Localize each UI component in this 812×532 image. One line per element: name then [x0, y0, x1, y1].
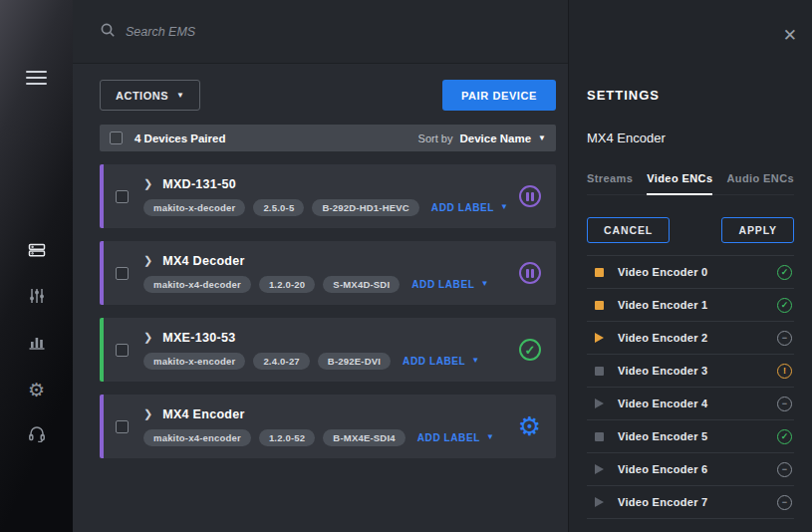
encoder-square-icon — [595, 268, 604, 277]
sliders-icon — [28, 287, 46, 309]
chevron-down-icon: ▼ — [486, 433, 495, 441]
pair-device-button[interactable]: PAIR DEVICE — [442, 80, 556, 111]
encoder-play-icon — [595, 399, 604, 408]
device-checkbox[interactable] — [116, 190, 129, 203]
encoder-square-icon — [595, 367, 604, 376]
search-bar — [73, 0, 568, 64]
encoder-type-icon-wrap — [595, 301, 609, 310]
settings-actions: CANCEL APPLY — [587, 217, 794, 243]
device-checkbox[interactable] — [116, 420, 129, 433]
device-tag: makito-x-decoder — [143, 199, 245, 216]
disabled-status-icon: − — [777, 495, 792, 510]
expand-chevron-icon[interactable]: ❯ — [143, 332, 152, 343]
apply-button[interactable]: APPLY — [721, 217, 794, 243]
cancel-button[interactable]: CANCEL — [587, 217, 670, 243]
device-status-button[interactable]: ⚙ — [518, 415, 541, 437]
sidebar-item-support[interactable] — [0, 412, 73, 458]
encoder-label: Video Encoder 1 — [618, 299, 777, 311]
add-label-button[interactable]: ADD LABEL▼ — [403, 356, 480, 367]
encoder-label: Video Encoder 5 — [618, 430, 777, 442]
chevron-down-icon: ▼ — [500, 203, 509, 211]
device-checkbox[interactable] — [116, 267, 129, 280]
encoder-row[interactable]: Video Encoder 0✓ — [587, 256, 794, 289]
device-tag: makito-x-encoder — [143, 353, 245, 370]
select-all-checkbox[interactable] — [110, 132, 123, 144]
sort-by-control[interactable]: Sort by Device Name ▼ — [418, 133, 546, 144]
chevron-down-icon: ▼ — [480, 280, 489, 288]
encoder-row[interactable]: Video Encoder 4− — [587, 388, 794, 420]
encoder-type-icon-wrap — [595, 367, 609, 376]
search-input[interactable] — [126, 25, 345, 39]
add-label-button[interactable]: ADD LABEL▼ — [431, 202, 509, 213]
close-icon[interactable]: ✕ — [783, 27, 797, 44]
encoder-list: Video Encoder 0✓Video Encoder 1✓Video En… — [587, 255, 794, 519]
actions-button[interactable]: ACTIONS ▼ — [100, 80, 200, 111]
encoder-row[interactable]: Video Encoder 3! — [587, 355, 794, 388]
ok-status-icon: ✓ — [777, 298, 792, 313]
gear-status-icon: ⚙ — [518, 415, 541, 437]
add-label-button[interactable]: ADD LABEL▼ — [417, 432, 495, 443]
sidebar-item-settings-sliders[interactable] — [0, 275, 73, 321]
warning-status-icon: ! — [777, 364, 792, 379]
actions-button-label: ACTIONS — [116, 90, 168, 102]
encoder-square-icon — [595, 301, 604, 310]
encoder-type-icon-wrap — [595, 333, 609, 343]
sidebar-item-devices[interactable] — [0, 229, 73, 275]
device-checkbox[interactable] — [116, 344, 129, 357]
encoder-label: Video Encoder 6 — [618, 463, 777, 475]
devices-icon — [28, 241, 46, 263]
chevron-down-icon: ▼ — [538, 134, 546, 142]
chevron-down-icon: ▼ — [176, 92, 184, 100]
expand-chevron-icon[interactable]: ❯ — [143, 178, 152, 189]
device-name: MX4 Encoder — [162, 407, 245, 421]
encoder-square-icon — [595, 432, 604, 441]
toolbar: ACTIONS ▼ PAIR DEVICE — [100, 80, 556, 111]
device-tag: 1.2.0-20 — [259, 276, 315, 293]
sidebar-item-statistics[interactable] — [0, 321, 73, 367]
device-tag: 2.5.0-5 — [253, 199, 304, 216]
encoder-play-icon — [595, 464, 604, 474]
encoder-row[interactable]: Video Encoder 1✓ — [587, 289, 794, 322]
menu-icon[interactable] — [26, 67, 47, 89]
search-icon — [100, 22, 116, 42]
sort-by-label: Sort by — [418, 133, 453, 144]
device-status-button[interactable] — [519, 262, 541, 284]
chevron-down-icon: ▼ — [471, 357, 480, 365]
devices-paired-count: 4 Devices Paired — [135, 133, 225, 144]
encoder-type-icon-wrap — [595, 399, 609, 408]
device-list: ❯MXD-131-50makito-x-decoder2.5.0-5B-292D… — [73, 164, 568, 458]
device-info: ❯MX4 Encodermakito-x4-encoder1.2.0-52B-M… — [143, 407, 508, 446]
encoder-row[interactable]: Video Encoder 5✓ — [587, 420, 794, 453]
device-name: MXD-131-50 — [162, 177, 236, 191]
device-tag: B-292E-DVI — [318, 353, 391, 370]
tab-audio-encs[interactable]: Audio ENCs — [726, 172, 794, 195]
device-tag: 2.4.0-27 — [253, 353, 309, 370]
device-info: ❯MXD-131-50makito-x-decoder2.5.0-5B-292D… — [143, 177, 509, 216]
encoder-row[interactable]: Video Encoder 6− — [587, 453, 794, 486]
device-tag: 1.2.0-52 — [259, 429, 315, 446]
encoder-type-icon-wrap — [595, 497, 609, 507]
ok-status-icon: ✓ — [777, 429, 792, 444]
encoder-row[interactable]: Video Encoder 7− — [587, 486, 794, 519]
encoder-play-icon — [595, 333, 604, 343]
device-name: MXE-130-53 — [162, 331, 235, 345]
device-status-button[interactable] — [519, 185, 541, 207]
device-card: ❯MX4 Decodermakito-x4-decoder1.2.0-20S-M… — [100, 241, 556, 305]
tab-video-encs[interactable]: Video ENCs — [647, 172, 712, 195]
encoder-row[interactable]: Video Encoder 2− — [587, 322, 794, 355]
settings-panel: ✕ SETTINGS MX4 Encoder StreamsVideo ENCs… — [568, 0, 812, 532]
device-card: ❯MX4 Encodermakito-x4-encoder1.2.0-52B-M… — [100, 395, 556, 458]
encoder-label: Video Encoder 7 — [618, 496, 777, 508]
add-label-button[interactable]: ADD LABEL▼ — [411, 279, 489, 290]
device-list-header: 4 Devices Paired Sort by Device Name ▼ — [100, 125, 556, 151]
encoder-type-icon-wrap — [595, 268, 609, 277]
sidebar-item-admin[interactable]: ⚙ — [0, 367, 73, 412]
device-info: ❯MXE-130-53makito-x-encoder2.4.0-27B-292… — [143, 331, 509, 370]
ok-status-icon: ✓ — [777, 265, 792, 280]
device-status-button[interactable]: ✓ — [519, 339, 541, 361]
sort-by-value: Device Name — [459, 133, 531, 144]
expand-chevron-icon[interactable]: ❯ — [143, 255, 152, 266]
expand-chevron-icon[interactable]: ❯ — [143, 408, 152, 419]
device-tag: makito-x4-decoder — [143, 276, 251, 293]
tab-streams[interactable]: Streams — [587, 172, 633, 195]
